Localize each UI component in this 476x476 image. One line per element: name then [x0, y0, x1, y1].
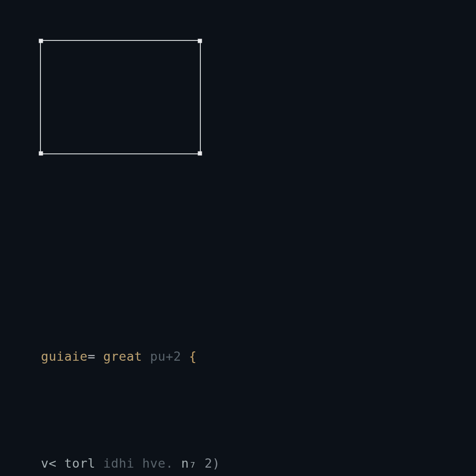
resize-handle-top-right[interactable]: [198, 39, 202, 43]
resize-handle-bottom-left[interactable]: [39, 152, 43, 156]
code-line: v< torl idhi hve. n₇ 2): [41, 431, 314, 474]
code-token: idhi: [103, 456, 134, 470]
code-token: 2): [205, 456, 220, 470]
code-token: great: [103, 349, 142, 364]
code-editor[interactable]: guiaie= great pu+2 { v< torl idhi hve. n…: [41, 260, 314, 476]
selection-rectangle[interactable]: [40, 40, 201, 154]
code-line: guiaie= great pu+2 {: [41, 324, 314, 367]
code-token: hve.: [142, 456, 173, 470]
code-token: n₇: [181, 456, 197, 470]
code-token: pu+2: [150, 349, 181, 364]
code-token: torl: [64, 456, 95, 470]
code-token: {: [189, 349, 197, 364]
resize-handle-bottom-right[interactable]: [198, 152, 202, 156]
resize-handle-top-left[interactable]: [39, 39, 43, 43]
code-token: guiaie: [41, 349, 88, 364]
code-token: v<: [41, 456, 57, 470]
code-token: =: [88, 349, 96, 364]
